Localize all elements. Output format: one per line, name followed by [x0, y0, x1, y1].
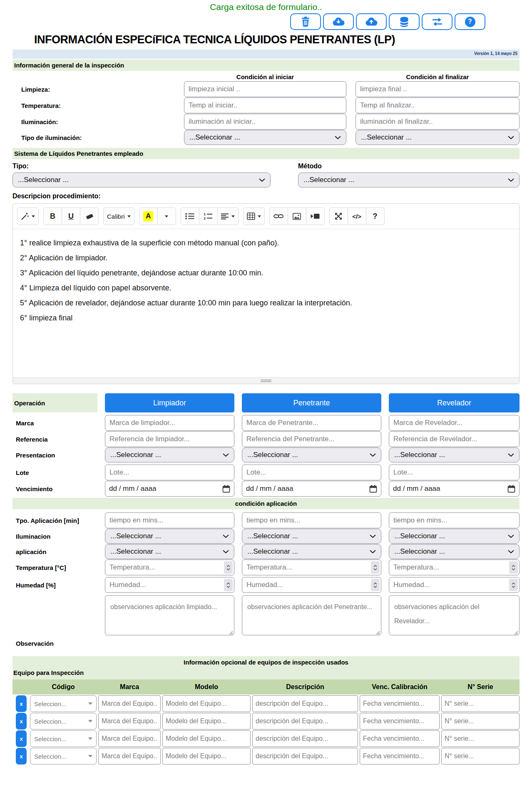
temperatura-final-input[interactable]	[355, 97, 520, 113]
modelo-equipo-input[interactable]	[162, 695, 251, 712]
tiempo-limpiador-input[interactable]	[105, 512, 234, 528]
remove-row-button[interactable]: x	[16, 748, 27, 765]
vencimiento-penetrante-date[interactable]: dd / mm / aaaa	[242, 481, 381, 497]
marca-limpiador-input[interactable]	[105, 415, 234, 431]
number-spinner[interactable]	[224, 561, 233, 574]
picture-button[interactable]	[288, 207, 306, 225]
remove-row-button[interactable]: x	[16, 730, 27, 747]
observacion-penetrante-textarea[interactable]	[242, 595, 381, 635]
font-color-caret-button[interactable]	[157, 207, 176, 225]
descripcion-equipo-input[interactable]	[252, 730, 358, 747]
clear-format-button[interactable]	[80, 207, 99, 225]
code-view-button[interactable]: </>	[348, 207, 366, 225]
unordered-list-button[interactable]	[181, 207, 199, 225]
referencia-limpiador-input[interactable]	[105, 431, 234, 447]
humedad-revelador-input[interactable]	[389, 577, 520, 593]
remove-row-button[interactable]: x	[16, 695, 27, 712]
marca-equipo-input[interactable]	[98, 730, 161, 747]
aplicacion-penetrante-select[interactable]: ...Seleccionar ...	[242, 544, 381, 559]
limpieza-inicial-input[interactable]	[184, 81, 346, 97]
marca-penetrante-input[interactable]	[242, 415, 381, 431]
remove-row-button[interactable]: x	[16, 713, 27, 730]
fullscreen-button[interactable]	[329, 207, 348, 225]
codigo-select[interactable]: Seleccion...	[30, 713, 97, 730]
modelo-equipo-input[interactable]	[162, 748, 251, 765]
table-button[interactable]	[243, 207, 265, 225]
venc-calibracion-input[interactable]	[360, 730, 440, 747]
codigo-select[interactable]: Seleccion...	[30, 748, 97, 765]
serie-input[interactable]	[441, 713, 520, 730]
database-button[interactable]	[389, 13, 420, 30]
tiempo-penetrante-input[interactable]	[242, 512, 381, 528]
editor-resize-handle[interactable]	[13, 377, 519, 384]
upload-button[interactable]	[356, 13, 387, 30]
vencimiento-limpiador-date[interactable]: dd / mm / aaaa	[105, 481, 234, 497]
magic-style-button[interactable]	[17, 207, 39, 225]
resize-grip-icon[interactable]	[375, 630, 380, 635]
font-color-button[interactable]: A	[139, 207, 158, 225]
modelo-equipo-input[interactable]	[162, 730, 251, 747]
referencia-revelador-input[interactable]	[389, 431, 520, 447]
descripcion-equipo-input[interactable]	[252, 695, 358, 712]
underline-button[interactable]: U	[62, 207, 80, 225]
aplicacion-limpiador-select[interactable]: ...Seleccionar ...	[105, 544, 234, 559]
ordered-list-button[interactable]: 12	[199, 207, 218, 225]
iluminacion-final-input[interactable]	[355, 114, 520, 130]
iluminacion-limpiador-select[interactable]: ...Seleccionar ...	[105, 529, 234, 544]
tiempo-revelador-input[interactable]	[389, 512, 520, 528]
codigo-select[interactable]: Seleccion...	[30, 695, 97, 712]
serie-input[interactable]	[441, 748, 520, 765]
bold-button[interactable]: B	[43, 207, 62, 225]
humedad-limpiador-input[interactable]	[105, 577, 234, 593]
presentacion-penetrante-select[interactable]: ...Seleccionar ...	[242, 447, 381, 462]
observacion-limpiador-textarea[interactable]	[105, 595, 234, 635]
number-spinner[interactable]	[509, 579, 518, 591]
editor-content[interactable]: 1° realice limpieza exhaustiva de la sup…	[13, 229, 519, 377]
temperatura-inicial-input[interactable]	[184, 97, 346, 113]
venc-calibracion-input[interactable]	[360, 748, 440, 765]
tipo-select[interactable]: ...Seleccionar ...	[12, 172, 271, 187]
marca-revelador-input[interactable]	[389, 415, 520, 431]
help-button[interactable]: ?	[455, 13, 485, 30]
limpieza-final-input[interactable]	[355, 81, 520, 97]
paragraph-align-button[interactable]	[217, 207, 239, 225]
number-spinner[interactable]	[371, 561, 380, 574]
tipo-iluminacion-inicial-select[interactable]: ...Seleccionar ...	[184, 130, 346, 145]
marca-equipo-input[interactable]	[98, 748, 161, 765]
codigo-select[interactable]: Seleccion...	[30, 730, 97, 747]
descripcion-equipo-input[interactable]	[252, 713, 358, 730]
descripcion-equipo-input[interactable]	[252, 748, 358, 765]
temperatura-penetrante-input[interactable]	[242, 560, 381, 575]
temperatura-revelador-input[interactable]	[389, 560, 520, 575]
delete-button[interactable]	[290, 13, 321, 30]
lote-penetrante-input[interactable]	[242, 465, 381, 480]
humedad-penetrante-input[interactable]	[242, 577, 381, 593]
marca-equipo-input[interactable]	[98, 713, 161, 730]
iluminacion-penetrante-select[interactable]: ...Seleccionar ...	[242, 529, 381, 544]
presentacion-revelador-select[interactable]: ...Seleccionar ...	[389, 447, 520, 462]
font-family-button[interactable]: Calibri	[103, 207, 134, 225]
presentacion-limpiador-select[interactable]: ...Seleccionar ...	[105, 447, 234, 462]
vencimiento-revelador-date[interactable]: dd / mm / aaaa	[389, 481, 520, 497]
referencia-penetrante-input[interactable]	[242, 431, 381, 447]
serie-input[interactable]	[441, 730, 520, 747]
lote-limpiador-input[interactable]	[105, 465, 234, 480]
resize-grip-icon[interactable]	[513, 630, 518, 635]
observacion-revelador-textarea[interactable]	[389, 595, 520, 635]
temperatura-limpiador-input[interactable]	[105, 560, 234, 575]
venc-calibracion-input[interactable]	[360, 713, 440, 730]
iluminacion-inicial-input[interactable]	[184, 114, 346, 130]
metodo-select[interactable]: ...Seleccionar ...	[298, 172, 520, 187]
aplicacion-revelador-select[interactable]: ...Seleccionar ...	[389, 544, 520, 559]
editor-help-button[interactable]: ?	[366, 207, 385, 225]
number-spinner[interactable]	[224, 579, 233, 591]
iluminacion-revelador-select[interactable]: ...Seleccionar ...	[389, 529, 520, 544]
tipo-iluminacion-final-select[interactable]: ...Seleccionar ...	[355, 130, 520, 145]
venc-calibracion-input[interactable]	[360, 695, 440, 712]
resize-grip-icon[interactable]	[228, 630, 233, 635]
link-button[interactable]	[269, 207, 288, 225]
download-button[interactable]	[323, 13, 354, 30]
serie-input[interactable]	[441, 695, 520, 712]
number-spinner[interactable]	[509, 561, 518, 574]
lote-revelador-input[interactable]	[389, 465, 520, 480]
